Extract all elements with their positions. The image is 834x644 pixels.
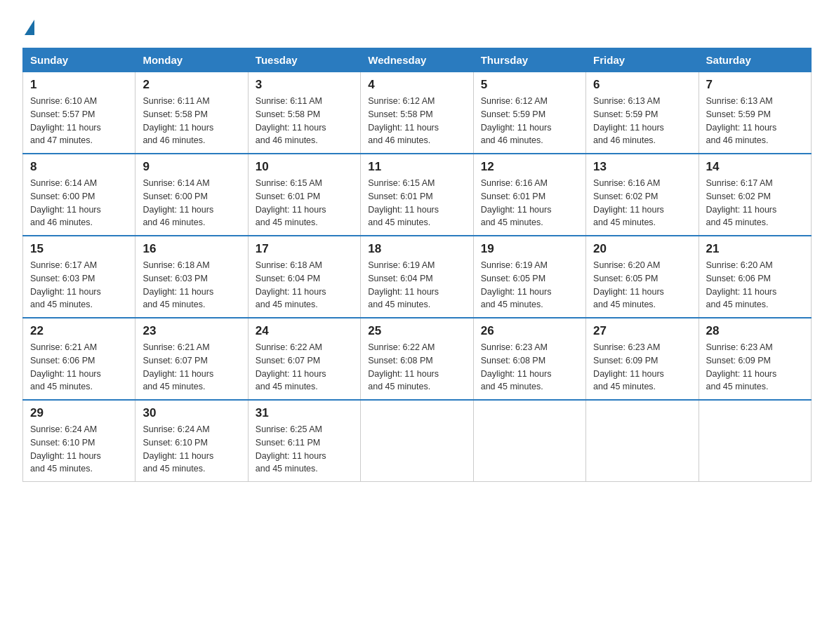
day-cell-25: 25Sunrise: 6:22 AMSunset: 6:08 PMDayligh… bbox=[361, 318, 473, 400]
day-number: 21 bbox=[706, 242, 804, 256]
day-cell-20: 20Sunrise: 6:20 AMSunset: 6:05 PMDayligh… bbox=[586, 236, 699, 318]
day-info: Sunrise: 6:20 AMSunset: 6:06 PMDaylight:… bbox=[706, 260, 777, 309]
day-cell-10: 10Sunrise: 6:15 AMSunset: 6:01 PMDayligh… bbox=[248, 154, 360, 236]
day-info: Sunrise: 6:12 AMSunset: 5:58 PMDaylight:… bbox=[368, 96, 439, 145]
day-info: Sunrise: 6:21 AMSunset: 6:06 PMDaylight:… bbox=[30, 342, 101, 391]
day-number: 25 bbox=[368, 324, 465, 338]
week-row-5: 29Sunrise: 6:24 AMSunset: 6:10 PMDayligh… bbox=[23, 400, 812, 482]
day-number: 26 bbox=[481, 324, 578, 338]
day-info: Sunrise: 6:19 AMSunset: 6:05 PMDaylight:… bbox=[481, 260, 552, 309]
day-number: 22 bbox=[30, 324, 128, 338]
day-info: Sunrise: 6:19 AMSunset: 6:04 PMDaylight:… bbox=[368, 260, 439, 309]
day-cell-15: 15Sunrise: 6:17 AMSunset: 6:03 PMDayligh… bbox=[23, 236, 135, 318]
column-header-thursday: Thursday bbox=[473, 48, 585, 72]
day-info: Sunrise: 6:22 AMSunset: 6:07 PMDaylight:… bbox=[256, 342, 326, 391]
day-info: Sunrise: 6:18 AMSunset: 6:04 PMDaylight:… bbox=[256, 260, 326, 309]
empty-cell bbox=[699, 400, 811, 482]
column-header-monday: Monday bbox=[135, 48, 248, 72]
day-number: 31 bbox=[256, 406, 353, 420]
day-info: Sunrise: 6:13 AMSunset: 5:59 PMDaylight:… bbox=[706, 96, 777, 145]
day-info: Sunrise: 6:11 AMSunset: 5:58 PMDaylight:… bbox=[143, 96, 213, 145]
day-cell-29: 29Sunrise: 6:24 AMSunset: 6:10 PMDayligh… bbox=[23, 400, 135, 482]
day-number: 18 bbox=[368, 242, 465, 256]
column-header-friday: Friday bbox=[586, 48, 699, 72]
week-row-2: 8Sunrise: 6:14 AMSunset: 6:00 PMDaylight… bbox=[23, 154, 812, 236]
day-info: Sunrise: 6:17 AMSunset: 6:03 PMDaylight:… bbox=[30, 260, 101, 309]
day-info: Sunrise: 6:23 AMSunset: 6:09 PMDaylight:… bbox=[706, 342, 777, 391]
day-number: 2 bbox=[143, 78, 240, 92]
day-number: 14 bbox=[706, 160, 804, 174]
day-info: Sunrise: 6:22 AMSunset: 6:08 PMDaylight:… bbox=[368, 342, 439, 391]
day-number: 1 bbox=[30, 78, 128, 92]
day-cell-2: 2Sunrise: 6:11 AMSunset: 5:58 PMDaylight… bbox=[135, 72, 248, 154]
column-header-tuesday: Tuesday bbox=[248, 48, 360, 72]
day-number: 11 bbox=[368, 160, 465, 174]
day-cell-12: 12Sunrise: 6:16 AMSunset: 6:01 PMDayligh… bbox=[473, 154, 585, 236]
logo bbox=[22, 17, 36, 35]
day-info: Sunrise: 6:25 AMSunset: 6:11 PMDaylight:… bbox=[256, 424, 326, 474]
day-cell-19: 19Sunrise: 6:19 AMSunset: 6:05 PMDayligh… bbox=[473, 236, 585, 318]
day-number: 23 bbox=[143, 324, 240, 338]
column-header-sunday: Sunday bbox=[23, 48, 135, 72]
logo-triangle-icon bbox=[25, 20, 34, 35]
day-cell-16: 16Sunrise: 6:18 AMSunset: 6:03 PMDayligh… bbox=[135, 236, 248, 318]
page-header bbox=[22, 17, 812, 35]
day-info: Sunrise: 6:21 AMSunset: 6:07 PMDaylight:… bbox=[143, 342, 213, 391]
day-number: 30 bbox=[143, 406, 240, 420]
day-number: 6 bbox=[593, 78, 691, 92]
day-cell-5: 5Sunrise: 6:12 AMSunset: 5:59 PMDaylight… bbox=[473, 72, 585, 154]
day-info: Sunrise: 6:18 AMSunset: 6:03 PMDaylight:… bbox=[143, 260, 213, 309]
day-cell-30: 30Sunrise: 6:24 AMSunset: 6:10 PMDayligh… bbox=[135, 400, 248, 482]
day-cell-13: 13Sunrise: 6:16 AMSunset: 6:02 PMDayligh… bbox=[586, 154, 699, 236]
day-number: 17 bbox=[256, 242, 353, 256]
day-number: 10 bbox=[256, 160, 353, 174]
day-cell-24: 24Sunrise: 6:22 AMSunset: 6:07 PMDayligh… bbox=[248, 318, 360, 400]
day-number: 19 bbox=[481, 242, 578, 256]
calendar-table: SundayMondayTuesdayWednesdayThursdayFrid… bbox=[22, 48, 812, 482]
day-info: Sunrise: 6:15 AMSunset: 6:01 PMDaylight:… bbox=[368, 178, 439, 227]
day-number: 5 bbox=[481, 78, 578, 92]
day-info: Sunrise: 6:16 AMSunset: 6:01 PMDaylight:… bbox=[481, 178, 552, 227]
day-info: Sunrise: 6:16 AMSunset: 6:02 PMDaylight:… bbox=[593, 178, 664, 227]
day-number: 27 bbox=[593, 324, 691, 338]
day-info: Sunrise: 6:12 AMSunset: 5:59 PMDaylight:… bbox=[481, 96, 552, 145]
day-cell-8: 8Sunrise: 6:14 AMSunset: 6:00 PMDaylight… bbox=[23, 154, 135, 236]
header-row: SundayMondayTuesdayWednesdayThursdayFrid… bbox=[23, 48, 812, 72]
day-cell-17: 17Sunrise: 6:18 AMSunset: 6:04 PMDayligh… bbox=[248, 236, 360, 318]
day-cell-21: 21Sunrise: 6:20 AMSunset: 6:06 PMDayligh… bbox=[699, 236, 811, 318]
empty-cell bbox=[473, 400, 585, 482]
day-info: Sunrise: 6:10 AMSunset: 5:57 PMDaylight:… bbox=[30, 96, 101, 145]
column-header-saturday: Saturday bbox=[699, 48, 811, 72]
day-info: Sunrise: 6:11 AMSunset: 5:58 PMDaylight:… bbox=[256, 96, 326, 145]
day-cell-26: 26Sunrise: 6:23 AMSunset: 6:08 PMDayligh… bbox=[473, 318, 585, 400]
day-cell-11: 11Sunrise: 6:15 AMSunset: 6:01 PMDayligh… bbox=[361, 154, 473, 236]
day-number: 28 bbox=[706, 324, 804, 338]
day-info: Sunrise: 6:20 AMSunset: 6:05 PMDaylight:… bbox=[593, 260, 664, 309]
day-cell-7: 7Sunrise: 6:13 AMSunset: 5:59 PMDaylight… bbox=[699, 72, 811, 154]
column-header-wednesday: Wednesday bbox=[361, 48, 473, 72]
day-cell-6: 6Sunrise: 6:13 AMSunset: 5:59 PMDaylight… bbox=[586, 72, 699, 154]
day-info: Sunrise: 6:17 AMSunset: 6:02 PMDaylight:… bbox=[706, 178, 777, 227]
day-cell-18: 18Sunrise: 6:19 AMSunset: 6:04 PMDayligh… bbox=[361, 236, 473, 318]
day-info: Sunrise: 6:24 AMSunset: 6:10 PMDaylight:… bbox=[143, 424, 213, 474]
day-number: 8 bbox=[30, 160, 128, 174]
day-cell-3: 3Sunrise: 6:11 AMSunset: 5:58 PMDaylight… bbox=[248, 72, 360, 154]
day-info: Sunrise: 6:14 AMSunset: 6:00 PMDaylight:… bbox=[143, 178, 213, 227]
day-number: 7 bbox=[706, 78, 804, 92]
day-info: Sunrise: 6:23 AMSunset: 6:09 PMDaylight:… bbox=[593, 342, 664, 391]
day-info: Sunrise: 6:23 AMSunset: 6:08 PMDaylight:… bbox=[481, 342, 552, 391]
empty-cell bbox=[586, 400, 699, 482]
week-row-4: 22Sunrise: 6:21 AMSunset: 6:06 PMDayligh… bbox=[23, 318, 812, 400]
day-number: 3 bbox=[256, 78, 353, 92]
day-cell-9: 9Sunrise: 6:14 AMSunset: 6:00 PMDaylight… bbox=[135, 154, 248, 236]
day-cell-27: 27Sunrise: 6:23 AMSunset: 6:09 PMDayligh… bbox=[586, 318, 699, 400]
day-number: 24 bbox=[256, 324, 353, 338]
day-number: 16 bbox=[143, 242, 240, 256]
logo-top bbox=[22, 17, 36, 35]
day-cell-4: 4Sunrise: 6:12 AMSunset: 5:58 PMDaylight… bbox=[361, 72, 473, 154]
day-number: 20 bbox=[593, 242, 691, 256]
day-info: Sunrise: 6:13 AMSunset: 5:59 PMDaylight:… bbox=[593, 96, 664, 145]
day-number: 12 bbox=[481, 160, 578, 174]
day-number: 13 bbox=[593, 160, 691, 174]
day-number: 15 bbox=[30, 242, 128, 256]
